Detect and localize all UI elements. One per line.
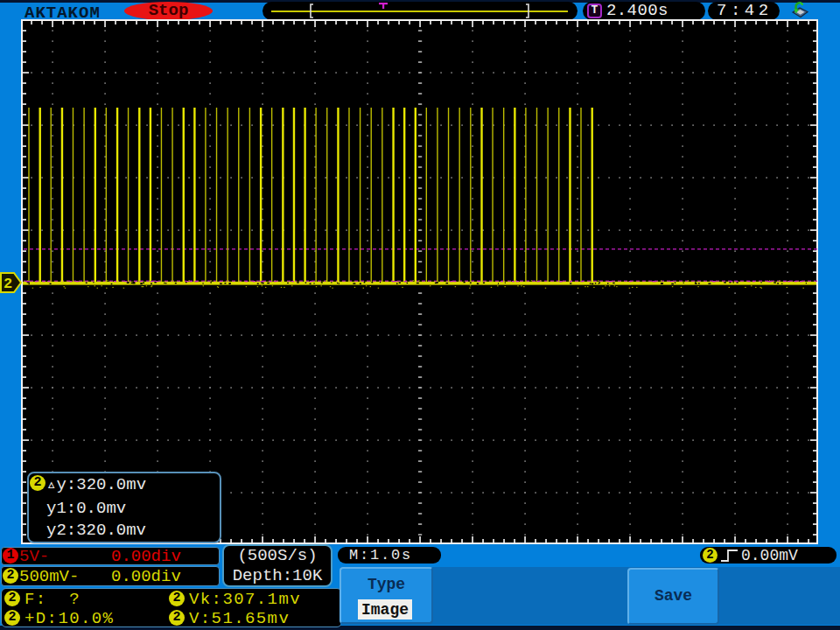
svg-text:2: 2	[4, 276, 12, 292]
